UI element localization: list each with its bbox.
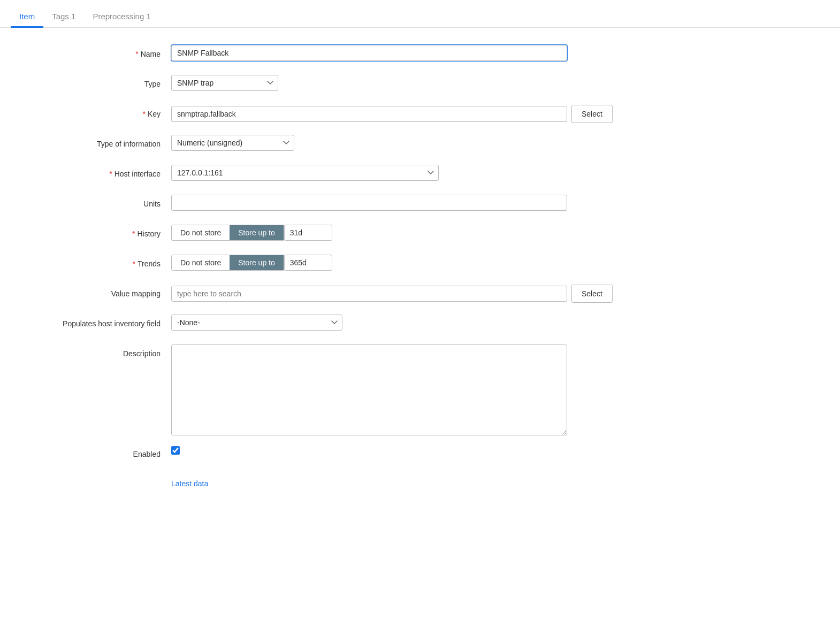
type-of-info-select[interactable]: Numeric (unsigned) Numeric (float) Chara… (171, 135, 294, 151)
label-host-interface: *Host interface (32, 165, 171, 180)
label-value-mapping: Value mapping (32, 285, 171, 300)
value-mapping-input[interactable] (171, 286, 567, 302)
tab-item[interactable]: Item (11, 6, 43, 28)
trends-control-wrap: Do not store Store up to (171, 255, 610, 271)
history-store-up-to-btn[interactable]: Store up to (230, 225, 284, 240)
history-toggle-wrap: Do not store Store up to (171, 225, 332, 241)
enabled-checkbox[interactable] (171, 446, 180, 455)
units-control-wrap (171, 195, 610, 211)
type-of-info-control-wrap: Numeric (unsigned) Numeric (float) Chara… (171, 135, 610, 151)
populates-host-inventory-control-wrap: -None- (171, 315, 610, 331)
label-name: *Name (32, 45, 171, 60)
form-row-units: Units (32, 195, 610, 215)
form-row-trends: *Trends Do not store Store up to (32, 255, 610, 275)
name-input[interactable] (171, 45, 567, 61)
required-star-key: * (142, 110, 145, 118)
key-input[interactable] (171, 106, 567, 122)
host-interface-control-wrap: 127.0.0.1:161 (171, 165, 610, 181)
required-star-trends: * (132, 259, 135, 268)
key-control-wrap: Select (171, 105, 613, 123)
item-form: *Name Type SNMP trap Zabbix agent SNMP a… (0, 28, 642, 522)
latest-data-label-spacer (32, 475, 171, 479)
required-star-host-interface: * (109, 170, 112, 178)
label-populates-host-inventory: Populates host inventory field (32, 315, 171, 330)
history-duration-input[interactable] (284, 225, 332, 241)
form-row-host-interface: *Host interface 127.0.0.1:161 (32, 165, 610, 185)
label-key: *Key (32, 105, 171, 120)
label-type-of-info: Type of information (32, 135, 171, 150)
populates-host-inventory-select[interactable]: -None- (171, 315, 342, 331)
form-row-type: Type SNMP trap Zabbix agent SNMP agent J… (32, 75, 610, 95)
value-mapping-control-wrap: Select (171, 285, 613, 303)
description-control-wrap (171, 344, 610, 435)
label-enabled: Enabled (32, 445, 171, 460)
label-units: Units (32, 195, 171, 210)
trends-toggle-group: Do not store Store up to (171, 255, 284, 271)
required-star-history: * (132, 229, 135, 238)
type-select[interactable]: SNMP trap Zabbix agent SNMP agent JMX ag… (171, 75, 278, 91)
key-select-button[interactable]: Select (571, 105, 613, 123)
trends-do-not-store-btn[interactable]: Do not store (172, 255, 230, 270)
tabs-container: Item Tags 1 Preprocessing 1 (0, 0, 840, 28)
form-row-key: *Key Select (32, 105, 610, 125)
label-description: Description (32, 344, 171, 359)
tab-preprocessing[interactable]: Preprocessing 1 (84, 6, 159, 28)
trends-store-up-to-btn[interactable]: Store up to (230, 255, 284, 270)
type-control-wrap: SNMP trap Zabbix agent SNMP agent JMX ag… (171, 75, 610, 91)
form-row-description: Description (32, 344, 610, 435)
history-control-wrap: Do not store Store up to (171, 225, 610, 241)
enabled-checkbox-wrap (171, 445, 180, 455)
form-row-enabled: Enabled (32, 445, 610, 465)
latest-data-control-wrap: Latest data (171, 475, 610, 488)
label-history: *History (32, 225, 171, 240)
form-row-populates-host-inventory: Populates host inventory field -None- (32, 315, 610, 335)
trends-duration-input[interactable] (284, 255, 332, 271)
form-row-value-mapping: Value mapping Select (32, 285, 610, 305)
label-trends: *Trends (32, 255, 171, 270)
history-toggle-group: Do not store Store up to (171, 225, 284, 241)
history-do-not-store-btn[interactable]: Do not store (172, 225, 230, 240)
form-row-latest-data: Latest data (32, 475, 610, 495)
form-row-name: *Name (32, 45, 610, 65)
tab-tags[interactable]: Tags 1 (43, 6, 84, 28)
latest-data-link[interactable]: Latest data (171, 479, 208, 488)
form-row-type-of-info: Type of information Numeric (unsigned) N… (32, 135, 610, 155)
required-star-name: * (135, 50, 138, 58)
label-type: Type (32, 75, 171, 90)
value-mapping-select-button[interactable]: Select (571, 285, 613, 303)
name-control-wrap (171, 45, 610, 61)
enabled-control-wrap (171, 445, 610, 455)
description-textarea[interactable] (171, 344, 567, 435)
host-interface-select[interactable]: 127.0.0.1:161 (171, 165, 439, 181)
form-row-history: *History Do not store Store up to (32, 225, 610, 245)
units-input[interactable] (171, 195, 567, 211)
trends-toggle-wrap: Do not store Store up to (171, 255, 332, 271)
